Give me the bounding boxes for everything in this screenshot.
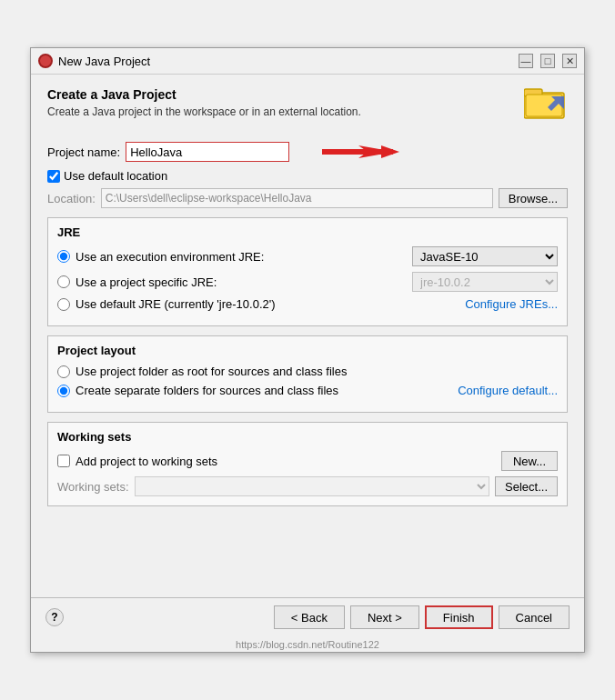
jre-option2-label[interactable]: Use a project specific JRE: [76, 275, 217, 289]
add-working-sets-label[interactable]: Add project to working sets [76, 455, 217, 468]
configure-jres-link[interactable]: Configure JREs... [465, 297, 558, 311]
spacer [47, 515, 568, 588]
minimize-button[interactable]: — [519, 54, 533, 68]
next-button[interactable]: Next > [350, 605, 419, 629]
working-sets-input-row: Working sets: Select... [57, 476, 558, 496]
browse-button[interactable]: Browse... [499, 188, 568, 208]
layout-option1-label[interactable]: Use project folder as root for sources a… [76, 365, 347, 378]
new-working-set-button[interactable]: New... [501, 451, 558, 471]
location-input[interactable] [101, 188, 493, 208]
jre-specific-select[interactable]: jre-10.0.2 [412, 272, 558, 292]
working-sets-section: Working sets Add project to working sets… [47, 422, 568, 506]
jre-option2-row: Use a project specific JRE: jre-10.0.2 [57, 272, 558, 292]
use-default-checkbox[interactable] [47, 170, 60, 183]
layout-option2-radio[interactable] [57, 385, 70, 397]
jre-option3-label[interactable]: Use default JRE (currently 'jre-10.0.2') [76, 297, 276, 311]
folder-icon [524, 84, 568, 120]
close-button[interactable]: ✕ [562, 54, 577, 68]
layout-option1-row: Use project folder as root for sources a… [57, 365, 558, 378]
arrow-annotation [295, 142, 404, 162]
page-subtitle: Create a Java project in the workspace o… [47, 105, 524, 118]
location-label: Location: [47, 192, 96, 205]
jre-title: JRE [57, 225, 558, 239]
jre-option3-radio[interactable] [57, 298, 70, 311]
dialog-window: New Java Project — □ ✕ Create a Java Pro… [30, 47, 585, 653]
jre-option2-radio[interactable] [57, 275, 70, 288]
select-working-set-button[interactable]: Select... [495, 476, 558, 496]
layout-section: Project layout Use project folder as roo… [47, 335, 568, 413]
window-icon [38, 54, 53, 68]
cancel-button[interactable]: Cancel [499, 605, 570, 629]
project-name-input[interactable] [126, 142, 289, 162]
jre-env-select[interactable]: JavaSE-10 [412, 246, 558, 266]
maximize-button[interactable]: □ [540, 54, 555, 68]
bottom-bar: ? < Back Next > Finish Cancel [31, 597, 584, 636]
layout-option2-row: Create separate folders for sources and … [57, 384, 558, 397]
working-sets-combo[interactable] [135, 476, 490, 496]
dialog-content: Create a Java Project Create a Java proj… [31, 75, 584, 597]
layout-option1-radio[interactable] [57, 365, 70, 378]
title-bar: New Java Project — □ ✕ [31, 48, 584, 75]
jre-option1-row: Use an execution environment JRE: JavaSE… [57, 246, 558, 266]
svg-marker-6 [381, 145, 399, 158]
add-working-sets-checkbox[interactable] [57, 455, 70, 467]
watermark: https://blog.csdn.net/Routine122 [31, 636, 584, 652]
back-button[interactable]: < Back [274, 605, 345, 629]
finish-button[interactable]: Finish [425, 605, 493, 629]
help-button[interactable]: ? [45, 608, 64, 626]
header-area: Create a Java Project Create a Java proj… [47, 87, 568, 129]
window-title: New Java Project [58, 55, 150, 68]
jre-option1-label[interactable]: Use an execution environment JRE: [76, 250, 264, 264]
location-row: Location: Browse... [47, 188, 568, 208]
page-title: Create a Java Project [47, 87, 524, 102]
project-name-label: Project name: [47, 145, 120, 159]
layout-option2-label[interactable]: Create separate folders for sources and … [76, 384, 338, 397]
use-default-label[interactable]: Use default location [64, 169, 167, 183]
working-sets-label: Working sets: [57, 480, 129, 494]
title-bar-left: New Java Project [38, 54, 150, 68]
use-default-location-row: Use default location [47, 169, 568, 183]
project-name-row: Project name: [47, 142, 568, 162]
working-sets-title: Working sets [57, 430, 558, 444]
configure-default-link[interactable]: Configure default... [458, 384, 558, 397]
working-sets-checkbox-row: Add project to working sets New... [57, 451, 558, 471]
jre-option1-radio[interactable] [57, 250, 70, 263]
header-text: Create a Java Project Create a Java proj… [47, 87, 524, 129]
title-bar-controls: — □ ✕ [519, 54, 577, 68]
jre-option3-row: Use default JRE (currently 'jre-10.0.2')… [57, 297, 558, 311]
jre-section: JRE Use an execution environment JRE: Ja… [47, 217, 568, 326]
layout-title: Project layout [57, 344, 558, 357]
